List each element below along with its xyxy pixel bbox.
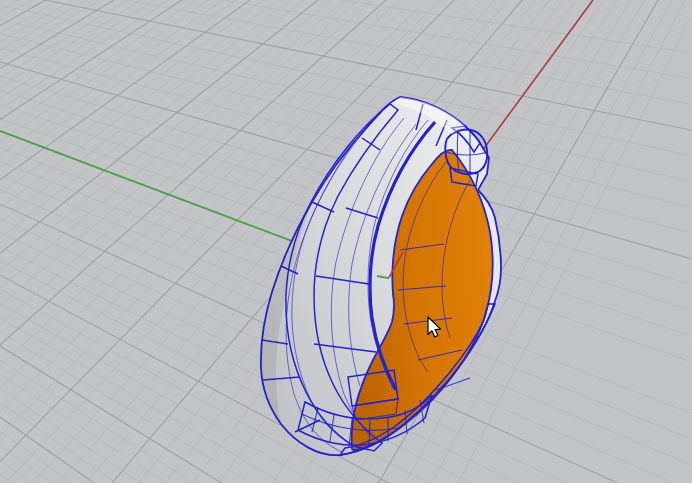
- perspective-viewport[interactable]: [0, 0, 692, 483]
- ring-model[interactable]: [261, 97, 501, 455]
- viewport-canvas: [0, 0, 692, 483]
